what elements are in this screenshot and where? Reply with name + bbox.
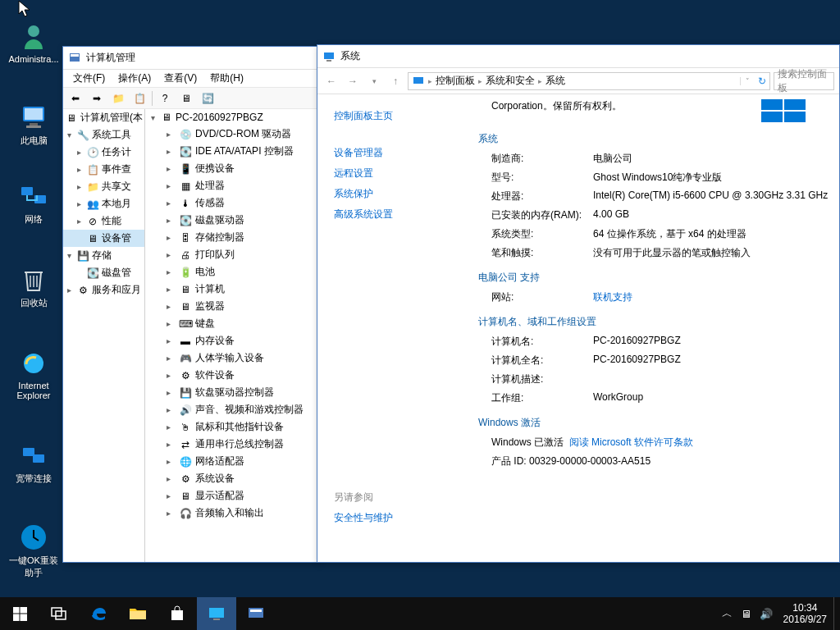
back-button[interactable]: ← bbox=[322, 72, 340, 90]
device-node[interactable]: ▸⌨键盘 bbox=[145, 315, 317, 332]
device-node[interactable]: ▸🖥显示适配器 bbox=[145, 487, 317, 504]
desktop-icon-broadband[interactable]: 宽带连接 bbox=[5, 440, 62, 485]
device-node[interactable]: ▸🌐网络适配器 bbox=[145, 453, 317, 470]
device-node[interactable]: ▸⚙软件设备 bbox=[145, 367, 317, 384]
taskbar-system[interactable] bbox=[197, 597, 236, 630]
menu-view[interactable]: 查看(V) bbox=[158, 71, 203, 85]
tree-node[interactable]: ▸📁共享文 bbox=[63, 178, 144, 195]
device-node[interactable]: ▸🖥计算机 bbox=[145, 281, 317, 298]
help-button[interactable]: ? bbox=[156, 89, 174, 107]
back-button[interactable]: ⬅ bbox=[66, 89, 84, 107]
tree-node-device-manager[interactable]: 🖥设备管 bbox=[63, 230, 144, 247]
license-link[interactable]: 阅读 Microsoft 软件许可条款 bbox=[569, 436, 693, 448]
breadcrumb-seg[interactable]: 系统和安全 bbox=[486, 74, 535, 88]
tool-button[interactable]: 🖥 bbox=[177, 89, 195, 107]
desktop-icon-network[interactable]: 网络 bbox=[5, 180, 62, 226]
edge-button[interactable] bbox=[79, 597, 118, 630]
up-button[interactable]: ↑ bbox=[386, 72, 404, 90]
device-tree: ▾🖥PC-20160927PBGZ ▸💿DVD/CD-ROM 驱动器▸💽IDE … bbox=[145, 109, 317, 562]
tree-node[interactable]: ▸🕑任务计 bbox=[63, 144, 144, 161]
tree-node[interactable]: ▸⊘性能 bbox=[63, 212, 144, 230]
device-node[interactable]: ▸🔋电池 bbox=[145, 263, 317, 281]
show-desktop-button[interactable] bbox=[833, 597, 838, 630]
sidebar-link[interactable]: 远程设置 bbox=[334, 163, 473, 184]
desktop-icon-recycle[interactable]: 回收站 bbox=[5, 264, 62, 309]
kv-value: PC-20160927PBGZ bbox=[593, 335, 829, 349]
sidebar-home[interactable]: 控制面板主页 bbox=[334, 106, 473, 126]
desktop-icon-onekey[interactable]: 一键OK重装助手 bbox=[5, 522, 62, 579]
support-link[interactable]: 联机支持 bbox=[593, 290, 829, 304]
menu-file[interactable]: 文件(F) bbox=[66, 71, 112, 85]
tree-node[interactable]: ▸📋事件查 bbox=[63, 161, 144, 178]
svg-rect-29 bbox=[249, 608, 263, 618]
tree-node-systools[interactable]: ▾🔧系统工具 bbox=[63, 126, 144, 144]
svg-rect-9 bbox=[33, 454, 44, 463]
recent-button[interactable]: ▾ bbox=[365, 72, 383, 90]
device-node[interactable]: ▸🖥监视器 bbox=[145, 298, 317, 315]
breadcrumb-seg[interactable]: 系统 bbox=[546, 74, 565, 88]
device-node[interactable]: ▸🔊声音、视频和游戏控制器 bbox=[145, 401, 317, 418]
tree-node-root[interactable]: 🖥计算机管理(本 bbox=[63, 109, 144, 126]
properties-button[interactable]: 📋 bbox=[130, 89, 148, 107]
svg-rect-19 bbox=[784, 112, 806, 122]
tree-node[interactable]: ▸👥本地月 bbox=[63, 195, 144, 212]
tray-network-icon[interactable]: 🖥 bbox=[737, 608, 756, 620]
kv-key: 笔和触摸: bbox=[478, 246, 593, 260]
start-button[interactable] bbox=[0, 597, 39, 630]
tree-node-services[interactable]: ▸⚙服务和应月 bbox=[63, 281, 144, 299]
address-bar[interactable]: ▸ 控制面板 ▸ 系统和安全 ▸ 系统 ˅ ↻ bbox=[408, 72, 770, 90]
sidebar-link[interactable]: 系统保护 bbox=[334, 184, 473, 204]
device-node[interactable]: ▸💽磁盘驱动器 bbox=[145, 212, 317, 229]
tree-node[interactable]: 💽磁盘管 bbox=[63, 264, 144, 281]
explorer-button[interactable] bbox=[118, 597, 158, 630]
refresh-icon[interactable]: ↻ bbox=[758, 75, 766, 87]
menu-action[interactable]: 操作(A) bbox=[112, 71, 158, 85]
device-node[interactable]: ▸💿DVD/CD-ROM 驱动器 bbox=[145, 126, 317, 143]
clock[interactable]: 10:34 2016/9/27 bbox=[777, 602, 833, 626]
svg-rect-30 bbox=[250, 609, 262, 612]
control-panel-icon bbox=[412, 75, 425, 88]
dropdown-icon[interactable]: ˅ bbox=[740, 77, 755, 85]
taskview-button[interactable] bbox=[39, 597, 79, 630]
desktop-icon-label: Internet Explorer bbox=[5, 381, 62, 400]
up-button[interactable]: 📁 bbox=[109, 89, 127, 107]
section-heading: 计算机名、域和工作组设置 bbox=[478, 307, 829, 332]
desktop-icon-ie[interactable]: Internet Explorer bbox=[5, 348, 62, 400]
device-node[interactable]: ▸📱便携设备 bbox=[145, 160, 317, 177]
device-node[interactable]: ▸▬内存设备 bbox=[145, 332, 317, 349]
sidebar-link[interactable]: 安全性与维护 bbox=[334, 508, 473, 528]
device-node[interactable]: ▸⚙系统设备 bbox=[145, 470, 317, 487]
device-node[interactable]: ▸🎛存储控制器 bbox=[145, 229, 317, 246]
desktop-icon-thispc[interactable]: 此电脑 bbox=[5, 102, 62, 147]
device-node[interactable]: ▸🎮人体学输入设备 bbox=[145, 349, 317, 367]
titlebar[interactable]: 计算机管理 bbox=[63, 47, 317, 70]
forward-button[interactable]: → bbox=[344, 72, 362, 90]
forward-button[interactable]: ➡ bbox=[88, 89, 106, 107]
breadcrumb-seg[interactable]: 控制面板 bbox=[436, 74, 475, 88]
device-node[interactable]: ▸🖱鼠标和其他指针设备 bbox=[145, 418, 317, 436]
tray-volume-icon[interactable]: 🔊 bbox=[756, 608, 777, 620]
refresh-button[interactable]: 🔄 bbox=[199, 89, 217, 107]
sidebar-link[interactable]: 高级系统设置 bbox=[334, 204, 473, 225]
device-node[interactable]: ▸⇄通用串行总线控制器 bbox=[145, 436, 317, 453]
sidebar-link[interactable]: 设备管理器 bbox=[334, 143, 473, 163]
kv-value bbox=[593, 372, 829, 386]
menu-help[interactable]: 帮助(H) bbox=[203, 71, 250, 85]
titlebar[interactable]: 系统 bbox=[317, 45, 839, 68]
store-button[interactable] bbox=[158, 597, 197, 630]
tray-chevron-icon[interactable]: ︿ bbox=[718, 606, 737, 621]
tree-node-storage[interactable]: ▾💾存储 bbox=[63, 247, 144, 264]
device-node[interactable]: ▸🎧音频输入和输出 bbox=[145, 504, 317, 522]
device-node[interactable]: ▸▦处理器 bbox=[145, 177, 317, 194]
section-heading: 电脑公司 支持 bbox=[478, 262, 829, 288]
device-node[interactable]: ▸🌡传感器 bbox=[145, 194, 317, 212]
desktop-icon-admin[interactable]: Administra... bbox=[5, 21, 62, 64]
taskbar-computer-management[interactable] bbox=[236, 597, 276, 630]
section-heading: Windows 激活 bbox=[478, 408, 829, 433]
desktop-icon-label: 一键OK重装助手 bbox=[5, 555, 62, 579]
device-node[interactable]: ▸💽IDE ATA/ATAPI 控制器 bbox=[145, 143, 317, 160]
device-root[interactable]: ▾🖥PC-20160927PBGZ bbox=[145, 109, 317, 126]
search-input[interactable]: 搜索控制面板 bbox=[774, 72, 834, 90]
device-node[interactable]: ▸💾软盘驱动器控制器 bbox=[145, 384, 317, 401]
device-node[interactable]: ▸🖨打印队列 bbox=[145, 246, 317, 263]
